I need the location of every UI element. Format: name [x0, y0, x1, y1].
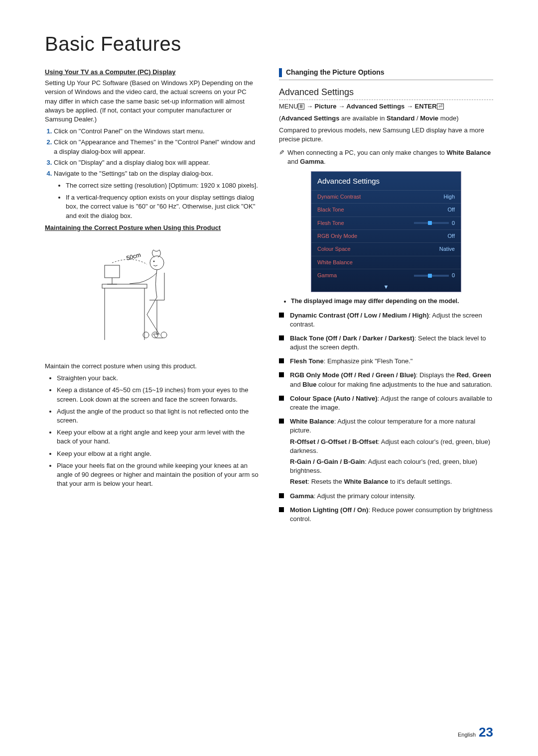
- advanced-settings-list: Dynamic Contrast (Off / Low / Medium / H…: [279, 311, 493, 524]
- posture-intro: Maintain the correct posture when using …: [45, 362, 259, 371]
- menu-row-label: RGB Only Mode: [317, 232, 357, 240]
- step-4-text: Navigate to the "Settings" tab on the di…: [54, 170, 213, 177]
- pc-note: When connecting a PC, you can only make …: [279, 148, 493, 166]
- menu-row-value: 0: [452, 272, 455, 279]
- menu-path-prefix: MENU: [279, 103, 298, 110]
- advanced-settings-heading: Advanced Settings: [279, 86, 493, 100]
- nt3: .: [324, 158, 326, 165]
- posture-b3: Adjust the angle of the product so that …: [57, 407, 259, 425]
- setting-item-name: Flesh Tone: [290, 357, 324, 365]
- setting-item-name: RGB Only Mode (Off / Red / Green / Blue): [290, 371, 416, 379]
- step-3: Click on "Display" and a display dialog …: [54, 158, 259, 167]
- menu-row: Gamma0: [311, 269, 461, 282]
- availability-line: (Advanced Settings are available in Stan…: [279, 114, 493, 123]
- setting-item-desc-part: Blue: [302, 381, 316, 388]
- posture-b5: Keep your elbow at a right angle.: [57, 449, 259, 458]
- posture-b2: Keep a distance of 45~50 cm (15~19 inche…: [57, 386, 259, 404]
- setting-item-name: Dynamic Contrast (Off / Low / Medium / H…: [290, 312, 429, 319]
- setting-subpara-desc-part: : Resets the: [307, 478, 344, 485]
- image-differ-note: The displayed image may differ depending…: [279, 297, 493, 306]
- setting-item-name: Black Tone (Off / Dark / Darker / Darkes…: [290, 334, 414, 342]
- page-title: Basic Features: [45, 30, 493, 58]
- setting-subpara-name: R-Offset / G-Offset / B-Offset: [290, 438, 378, 445]
- svg-rect-3: [102, 284, 147, 288]
- setting-item: Black Tone (Off / Dark / Darker / Darkes…: [279, 334, 493, 352]
- posture-figure: 50cm: [92, 235, 212, 355]
- menu-path: MENUⅢ → Picture → Advanced Settings → EN…: [279, 102, 493, 111]
- menu-row-value: 0: [452, 219, 455, 227]
- setting-item-name: White Balance: [290, 418, 334, 425]
- slider-icon: [414, 275, 449, 277]
- setting-subpara-desc-part: White Balance: [344, 478, 388, 485]
- menu-row: White Balance: [311, 256, 461, 269]
- menu-row-label: Dynamic Contrast: [317, 193, 361, 201]
- svg-point-6: [150, 256, 164, 270]
- menu-row: Black ToneOff: [311, 203, 461, 216]
- pc-display-heading: Using Your TV as a Computer (PC) Display: [45, 68, 259, 77]
- menu-icon: Ⅲ: [298, 104, 304, 109]
- menu-down-arrow-icon: ▼: [311, 282, 461, 292]
- setting-item-name: Colour Space (Auto / Native): [290, 395, 378, 402]
- al-d: Standard: [387, 114, 414, 122]
- pc-display-para: Setting Up Your PC Software (Based on Wi…: [45, 79, 259, 124]
- menu-row-label: Flesh Tone: [317, 219, 344, 227]
- svg-rect-0: [105, 265, 120, 278]
- precise-picture-para: Compared to previous models, new Samsung…: [279, 126, 493, 144]
- posture-b6: Place your heels flat on the ground whil…: [57, 461, 259, 489]
- posture-heading: Maintaining the Correct Posture when Usi…: [45, 223, 259, 232]
- sub-4b: If a vertical-frequency option exists on…: [66, 193, 259, 220]
- al-e: /: [414, 114, 420, 122]
- advanced-settings-screenshot: Advanced Settings Dynamic ContrastHighBl…: [311, 171, 461, 292]
- menu-row-label: Colour Space: [317, 245, 351, 253]
- note-text: When connecting a PC, you can only make …: [287, 148, 493, 166]
- setting-item: Gamma: Adjust the primary colour intensi…: [279, 492, 493, 501]
- setting-item-desc-part: Red: [456, 371, 469, 379]
- setting-item: White Balance: Adjust the colour tempera…: [279, 417, 493, 486]
- nt2: and: [287, 158, 300, 165]
- right-column: Changing the Picture Options Advanced Se…: [279, 68, 493, 529]
- menu-path-text: → Picture → Advanced Settings → ENTER: [304, 103, 436, 110]
- nt1: When connecting a PC, you can only make …: [287, 149, 446, 156]
- menu-row-label: Gamma: [317, 272, 337, 279]
- setting-item-desc: : Emphasize pink "Flesh Tone.": [324, 357, 413, 365]
- posture-b4: Keep your elbow at a right angle and kee…: [57, 428, 259, 446]
- menu-row-value: Native: [439, 245, 455, 253]
- setting-item-name: Gamma: [290, 492, 314, 500]
- setting-subpara-desc-part: to it's default settings.: [388, 478, 452, 485]
- setting-item-desc-part: colour for making fine adjustments to th…: [316, 381, 492, 388]
- posture-50cm-label: 50cm: [126, 251, 141, 262]
- step-2: Click on "Appearance and Themes" in the …: [54, 138, 259, 156]
- setting-item: RGB Only Mode (Off / Red / Green / Blue)…: [279, 371, 493, 389]
- section-bar-label: Changing the Picture Options: [286, 68, 385, 78]
- menu-row: Dynamic ContrastHigh: [311, 190, 461, 203]
- menu-header: Advanced Settings: [311, 172, 461, 190]
- menu-row-slider: 0: [414, 272, 455, 279]
- section-bar-icon: [279, 68, 282, 77]
- setting-subpara: R-Gain / G-Gain / B-Gain: Adjust each co…: [290, 457, 493, 475]
- menu-row-value: Off: [448, 232, 455, 240]
- menu-row: Colour SpaceNative: [311, 242, 461, 255]
- nb1: White Balance: [446, 149, 491, 156]
- left-column: Using Your TV as a Computer (PC) Display…: [45, 68, 259, 529]
- menu-row-label: Black Tone: [317, 206, 344, 214]
- setting-item: Motion Lighting (Off / On): Reduce power…: [279, 506, 493, 524]
- al-f: Movie: [420, 114, 438, 122]
- note-icon: [279, 148, 284, 166]
- svg-point-7: [153, 261, 155, 262]
- setting-item-name: Motion Lighting (Off / On): [290, 506, 368, 514]
- step-1: Click on "Control Panel" on the Windows …: [54, 127, 259, 136]
- setting-subpara: Reset: Resets the White Balance to it's …: [290, 477, 493, 486]
- menu-row-value: Off: [448, 206, 455, 214]
- menu-row: RGB Only ModeOff: [311, 229, 461, 242]
- setting-item: Flesh Tone: Emphasize pink "Flesh Tone.": [279, 357, 493, 366]
- al-c: are available in: [339, 114, 387, 122]
- posture-b1: Straighten your back.: [57, 374, 259, 383]
- setting-item-desc: : Adjust the primary colour intensity.: [314, 492, 415, 500]
- image-differ-text: The displayed image may differ depending…: [291, 297, 493, 306]
- setting-subpara-name: R-Gain / G-Gain / B-Gain: [290, 458, 365, 465]
- menu-row-label: White Balance: [317, 259, 353, 266]
- sub-4a: The correct size setting (resolution) [O…: [66, 181, 259, 190]
- setting-item: Dynamic Contrast (Off / Low / Medium / H…: [279, 311, 493, 329]
- setting-item-desc-part: : Displays the: [416, 371, 457, 379]
- setting-subpara: R-Offset / G-Offset / B-Offset: Adjust e…: [290, 437, 493, 455]
